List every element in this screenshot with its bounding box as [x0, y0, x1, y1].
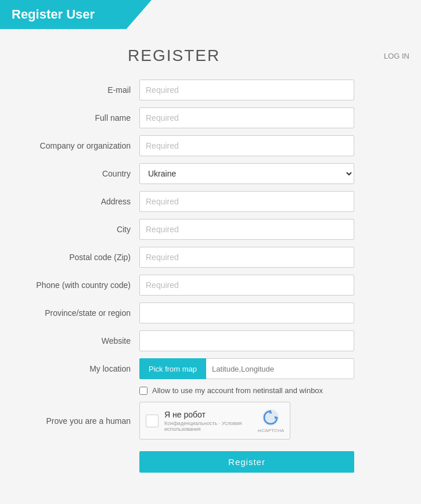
- netinstall-checkbox[interactable]: [139, 387, 147, 395]
- captcha-sub-text: Конфиденциальность · Условия использован…: [164, 420, 258, 432]
- email-label: E-mail: [23, 85, 139, 95]
- company-label: Company or organization: [23, 141, 139, 150]
- captcha-text-group: Я не робот Конфиденциальность · Условия …: [164, 410, 258, 432]
- recaptcha-icon: [261, 408, 280, 427]
- country-label: Country: [23, 169, 139, 178]
- website-label: Website: [23, 336, 139, 345]
- province-row: Province/state or region: [12, 303, 409, 323]
- city-row: City: [12, 219, 409, 240]
- postal-row: Postal code (Zip): [12, 247, 409, 268]
- address-label: Address: [23, 197, 139, 206]
- email-input[interactable]: [139, 80, 354, 100]
- captcha-label: Prove you are a human: [23, 416, 139, 426]
- email-row: E-mail: [12, 80, 409, 100]
- main-content: REGISTER LOG IN E-mail Full name Company…: [0, 29, 421, 496]
- fullname-row: Full name: [12, 107, 409, 128]
- country-select[interactable]: Ukraine United States Germany France Uni…: [139, 163, 354, 184]
- page-title: REGISTER: [128, 46, 220, 65]
- fullname-input[interactable]: [139, 107, 354, 128]
- captcha-row: Prove you are a human Я не робот Конфиде…: [12, 402, 409, 440]
- company-row: Company or organization: [12, 135, 409, 156]
- postal-label: Postal code (Zip): [23, 253, 139, 262]
- address-input[interactable]: [139, 191, 354, 212]
- fullname-label: Full name: [23, 113, 139, 123]
- register-button-row: Register: [12, 451, 409, 473]
- lat-lng-input[interactable]: [206, 358, 354, 379]
- website-row: Website: [12, 330, 409, 351]
- website-input[interactable]: [139, 330, 354, 351]
- location-row: My location Pick from map: [12, 358, 409, 379]
- login-link[interactable]: LOG IN: [384, 52, 409, 60]
- province-label: Province/state or region: [23, 308, 139, 318]
- city-input[interactable]: [139, 219, 354, 240]
- netinstall-label: Allow to use my account from netinstall …: [152, 386, 323, 395]
- phone-row: Phone (with country code): [12, 275, 409, 296]
- captcha-inner: Я не робот Конфиденциальность · Условия …: [146, 410, 258, 432]
- company-input[interactable]: [139, 135, 354, 156]
- pick-map-button[interactable]: Pick from map: [139, 358, 206, 379]
- city-label: City: [23, 225, 139, 234]
- phone-label: Phone (with country code): [23, 280, 139, 290]
- location-group: Pick from map: [139, 358, 354, 379]
- captcha-logo: reCAPTCHA: [258, 408, 284, 433]
- captcha-main-text: Я не робот: [164, 410, 258, 419]
- captcha-brand: reCAPTCHA: [258, 428, 284, 433]
- country-row: Country Ukraine United States Germany Fr…: [12, 163, 409, 184]
- province-input[interactable]: [139, 303, 354, 323]
- postal-input[interactable]: [139, 247, 354, 268]
- form-header: REGISTER LOG IN: [12, 46, 409, 65]
- captcha-box[interactable]: Я не робот Конфиденциальность · Условия …: [139, 402, 290, 440]
- location-label: My location: [23, 364, 139, 373]
- header-title: Register User: [12, 7, 95, 21]
- register-button[interactable]: Register: [139, 451, 354, 473]
- phone-input[interactable]: [139, 275, 354, 296]
- captcha-checkbox[interactable]: [146, 415, 159, 427]
- page-header: Register User: [0, 0, 168, 29]
- netinstall-checkbox-row: Allow to use my account from netinstall …: [12, 386, 409, 395]
- address-row: Address: [12, 191, 409, 212]
